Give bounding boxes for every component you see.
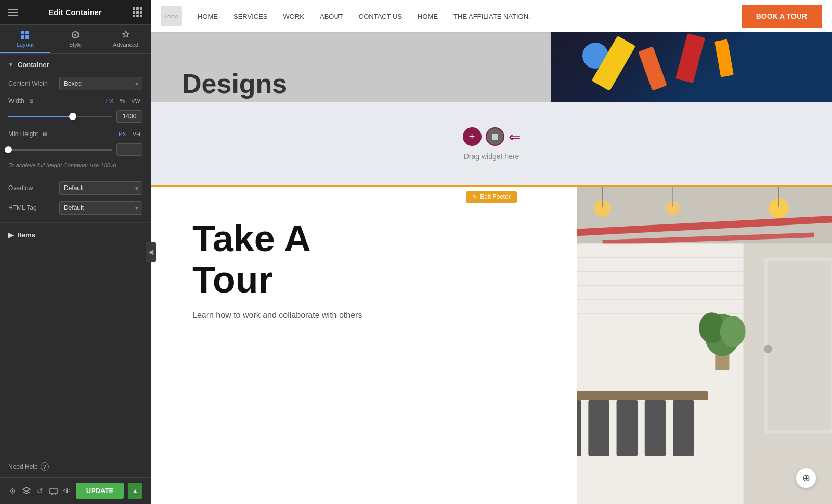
width-input[interactable]: 1430 — [116, 110, 142, 123]
html-tag-select[interactable]: Default — [59, 201, 142, 215]
items-label: Items — [18, 231, 35, 239]
min-height-input[interactable] — [116, 143, 142, 156]
nav-link-affiliate[interactable]: THE AFFILIATE NATION. — [453, 12, 530, 20]
stop-icon — [492, 134, 498, 140]
overflow-row: Overflow Default ▼ — [0, 178, 151, 198]
min-height-hint: To achieve full height Container use 100… — [0, 160, 151, 174]
nav-logo: LOGO — [161, 6, 182, 26]
history-icon[interactable]: ↺ — [35, 484, 45, 498]
logo-svg: LOGO — [164, 8, 179, 24]
layout-icon — [20, 30, 30, 39]
arrow-icon: ⇐ — [509, 128, 521, 145]
container-label: Container — [18, 61, 49, 69]
overflow-select-wrapper[interactable]: Default ▼ — [59, 181, 142, 195]
min-height-unit-px[interactable]: PX — [116, 130, 128, 138]
width-slider[interactable] — [8, 112, 112, 121]
advanced-icon — [121, 30, 131, 39]
content-width-select-wrapper[interactable]: Boxed ▼ — [59, 77, 142, 90]
nav-link-contact[interactable]: CONTACT US — [359, 12, 402, 20]
hamburger-icon[interactable] — [8, 9, 18, 16]
width-unit-percent[interactable]: % — [118, 97, 127, 105]
hero-right — [551, 32, 832, 102]
svg-rect-0 — [21, 31, 24, 34]
nav-link-work[interactable]: WORK — [283, 12, 304, 20]
width-slider-row: 1430 — [0, 108, 151, 127]
style-icon — [71, 30, 80, 39]
edit-footer-badge[interactable]: ✎ Edit Footer — [466, 191, 517, 203]
svg-rect-21 — [577, 400, 581, 456]
min-height-unit-vh[interactable]: VH — [131, 130, 142, 138]
svg-rect-14 — [577, 243, 744, 504]
collapse-handle[interactable]: ◀ — [146, 242, 156, 262]
tab-advanced[interactable]: Advanced — [100, 25, 151, 53]
settings-icon[interactable]: ⚙ — [8, 484, 18, 498]
svg-rect-25 — [673, 400, 694, 456]
overflow-label: Overflow — [8, 184, 55, 192]
update-button[interactable]: UPDATE — [76, 483, 124, 499]
panel-content: ▼ Container Content Width Boxed ▼ Width … — [0, 54, 151, 456]
office-svg — [577, 187, 832, 504]
svg-point-32 — [720, 316, 746, 347]
min-height-slider-thumb[interactable] — [5, 146, 12, 153]
width-unit-vw[interactable]: VW — [129, 97, 142, 105]
nav-link-services[interactable]: SERVICES — [233, 12, 268, 20]
responsive-icon[interactable] — [49, 484, 58, 498]
add-widget-button[interactable]: + — [463, 127, 482, 146]
html-tag-row: HTML Tag Default ▼ — [0, 198, 151, 218]
width-slider-fill — [8, 116, 73, 117]
container-section-header[interactable]: ▼ Container — [0, 54, 151, 74]
footer-title: Take A Tour — [192, 218, 536, 300]
divider — [8, 176, 142, 176]
min-height-unit-buttons: PX VH — [116, 130, 142, 138]
min-height-slider[interactable] — [8, 145, 112, 154]
widget-selector-button[interactable] — [486, 127, 504, 146]
items-header[interactable]: ▶ Items — [8, 227, 142, 243]
panel-header: Edit Container — [0, 0, 151, 25]
items-section: ▶ Items — [0, 222, 151, 247]
hero-shapes — [551, 32, 832, 102]
svg-rect-3 — [25, 35, 29, 39]
nav-link-home[interactable]: HOME — [198, 12, 218, 20]
help-icon[interactable]: ? — [41, 462, 49, 471]
grid-icon[interactable] — [133, 7, 142, 17]
panel-title: Edit Container — [18, 8, 133, 17]
tab-layout[interactable]: Layout — [0, 25, 50, 53]
bottom-bar: ⚙ ↺ 👁 UPDATE ▲ — [0, 477, 151, 504]
eye-icon[interactable]: 👁 — [62, 484, 72, 498]
layers-svg — [22, 487, 31, 495]
pencil-icon: ✎ — [472, 193, 477, 201]
svg-rect-22 — [588, 400, 609, 456]
svg-rect-20 — [577, 391, 708, 400]
nav-link-home2[interactable]: HOME — [418, 12, 438, 20]
panel-footer: Need Help ? — [0, 456, 151, 477]
update-dropdown-button[interactable]: ▲ — [128, 483, 142, 499]
width-slider-group: 1430 — [8, 110, 142, 123]
width-row: Width 🖥 PX % VW — [0, 94, 151, 108]
width-slider-thumb[interactable] — [69, 113, 76, 120]
tab-style[interactable]: Style — [50, 25, 101, 53]
overflow-select[interactable]: Default — [59, 181, 142, 195]
width-unit-px[interactable]: PX — [104, 97, 116, 105]
svg-text:LOGO: LOGO — [165, 14, 178, 19]
zoom-button[interactable]: ⊕ — [796, 468, 816, 488]
book-tour-button[interactable]: BOOK A TOUR — [742, 5, 822, 28]
svg-point-5 — [74, 34, 76, 36]
html-tag-select-wrapper[interactable]: Default ▼ — [59, 201, 142, 215]
content-area: Designs + — [151, 32, 832, 504]
content-width-label: Content Width — [8, 80, 55, 87]
width-unit-buttons: PX % VW — [104, 97, 142, 105]
tab-advanced-label: Advanced — [113, 42, 138, 48]
need-help[interactable]: Need Help ? — [8, 462, 49, 471]
shape-orange2 — [714, 39, 734, 77]
content-width-select[interactable]: Boxed — [59, 77, 142, 90]
monitor-icon-minheight: 🖥 — [42, 131, 47, 137]
svg-point-28 — [764, 345, 772, 353]
nav-link-about[interactable]: ABOUT — [320, 12, 343, 20]
width-label: Width 🖥 — [8, 97, 55, 104]
svg-rect-2 — [21, 35, 24, 39]
edit-footer-label: Edit Footer — [480, 193, 511, 201]
footer-title-line2: Tour — [192, 259, 273, 300]
layers-icon[interactable] — [22, 484, 31, 498]
svg-rect-27 — [768, 261, 831, 430]
min-height-slider-row — [0, 141, 151, 160]
